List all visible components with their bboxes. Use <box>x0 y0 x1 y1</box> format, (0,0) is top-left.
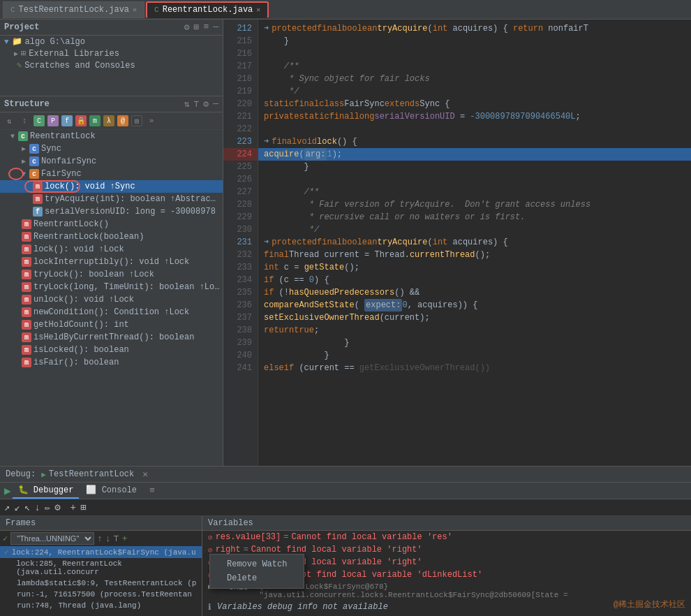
badge-reentrantlock: c <box>18 131 28 141</box>
struct-item-isfair[interactable]: m isFair(): boolean <box>0 356 223 369</box>
debug-tab-console[interactable]: ⬜ Console <box>80 483 142 499</box>
struct-label-fairsync: FairSync <box>41 169 82 179</box>
filter-lock-btn[interactable]: 🔒 <box>75 115 87 126</box>
sort-icon[interactable]: ⇅ <box>184 98 190 110</box>
step-into-btn[interactable]: ↙ <box>14 501 20 513</box>
settings-icon[interactable]: ⚙ <box>184 22 190 33</box>
menu-item-delete[interactable]: Delete <box>210 571 304 585</box>
filter-lambda-btn[interactable]: λ <box>103 115 114 126</box>
thread-selector-row: ✓ "Threa...UNNING" ↑ ↓ ⊤ + <box>0 531 202 546</box>
run-to-cursor-btn[interactable]: ↓ <box>34 502 40 513</box>
line-numbers: 212 215 216 217 218 219 220 221 222 223 … <box>223 20 258 466</box>
code-239: } <box>258 337 691 349</box>
line-227: 227 <box>223 186 258 198</box>
tree-item-scratches[interactable]: ✎ Scratches and Consoles <box>0 59 223 71</box>
frame-up-btn[interactable]: ↑ <box>97 534 103 544</box>
struct-item-lock-method[interactable]: m lock(): void ↑Lock <box>0 243 223 256</box>
struct-item-nonfairsync[interactable]: ▶ c NonfairSync <box>0 155 223 168</box>
tree-item-project-root[interactable]: ▼ 📁 algo G:\algo <box>0 36 223 47</box>
restore-layout-btn[interactable]: ⊞ <box>80 501 86 513</box>
filter-f-btn[interactable]: f <box>61 115 73 126</box>
settings-debug-btn[interactable]: ⚙ <box>54 501 60 513</box>
struct-item-rl-constructor[interactable]: m ReentrantLock() <box>0 218 223 230</box>
layout-icon[interactable]: ⊞ <box>194 22 200 33</box>
struct-item-fairsync[interactable]: ▼ c FairSync <box>0 168 223 180</box>
struct-item-newcondition[interactable]: m newCondition(): Condition ↑Lock <box>0 306 223 318</box>
frame-item-0[interactable]: ✓ lock:224, ReentrantLock$FairSync (java… <box>0 546 202 558</box>
struct-item-trylock[interactable]: m tryLock(): boolean ↑Lock <box>0 268 223 281</box>
code-222 <box>258 123 691 135</box>
filter-p-btn[interactable]: P <box>47 115 59 126</box>
project-root-label: algo G:\algo <box>25 37 85 47</box>
sort-az-btn[interactable]: ⇅ <box>3 115 15 127</box>
line-231: 231 <box>223 236 258 249</box>
struct-item-islocked[interactable]: m isLocked(): boolean <box>0 344 223 356</box>
badge-fairsync: c <box>29 169 39 179</box>
add-watch-btn[interactable]: + <box>70 502 76 513</box>
struct-item-reentrantlock[interactable]: ▼ c ReentrantLock <box>0 130 223 142</box>
debug-content: Frames ✓ "Threa...UNNING" ↑ ↓ ⊤ + ✓ <box>0 516 691 616</box>
struct-item-sync[interactable]: ▶ c Sync <box>0 142 223 155</box>
step-out-btn[interactable]: ↖ <box>24 501 30 513</box>
badge-ghc: m <box>22 320 31 330</box>
gear2-icon[interactable]: ⚙ <box>203 98 209 110</box>
debug-session-icon: ▶ <box>41 470 46 479</box>
struct-item-lock[interactable]: m lock(): void ↑Sync <box>0 180 223 193</box>
struct-item-rl-constructor-bool[interactable]: m ReentrantLock(boolean) <box>0 230 223 243</box>
frame-item-3[interactable]: run:-1, 716157500 (process.TestReentan <box>0 589 202 600</box>
frame-down-btn[interactable]: ↓ <box>105 534 111 544</box>
struct-item-unlock[interactable]: m unlock(): void ↑Lock <box>0 293 223 306</box>
minimize-icon[interactable]: — <box>213 22 218 33</box>
filter-icon[interactable]: ⊤ <box>194 98 200 110</box>
filter-a-btn[interactable]: @ <box>117 115 128 126</box>
badge-lock: m <box>33 182 43 191</box>
thread-select[interactable]: "Threa...UNNING" <box>10 532 94 545</box>
debug-close-tab[interactable]: ✕ <box>142 469 148 480</box>
struct-item-getholdcount[interactable]: m getHoldCount(): int <box>0 318 223 331</box>
frame-item-1[interactable]: lock:285, ReentrantLock (java.util.concu… <box>0 558 202 578</box>
struct-label-sync: Sync <box>41 144 61 154</box>
line-219: 219 <box>223 85 258 98</box>
line-229: 229 <box>223 211 258 223</box>
debug-tab-bar: ▶ 🐛 Debugger ⬜ Console ≡ <box>0 483 691 499</box>
struct-item-tryacquire[interactable]: m tryAcquire(int): boolean ↑AbstractQu <box>0 193 223 205</box>
filter-expand-btn[interactable]: ⊞ <box>131 115 142 126</box>
code-233: int c = getState(); <box>258 261 691 274</box>
line-232: 232 <box>223 249 258 261</box>
close-structure-icon[interactable]: — <box>213 98 218 110</box>
tab-close-test[interactable]: ✕ <box>133 6 137 14</box>
frame-filter-btn[interactable]: ⊤ <box>114 533 119 544</box>
sort-type-btn[interactable]: ↕ <box>18 115 31 127</box>
line-223: 223 <box>223 135 258 148</box>
debug-play-btn[interactable]: ▶ <box>4 484 11 498</box>
tab-reentrantlock[interactable]: C ReentrantLock.java ✕ <box>146 1 269 18</box>
struct-item-serialversionuid[interactable]: f serialVersionUID: long = -30008978 <box>0 205 223 218</box>
tab-bar: C TestReentrantLock.java ✕ C ReentrantLo… <box>0 0 691 20</box>
filter-m2-btn[interactable]: m <box>89 115 101 126</box>
code-236: compareAndSetState( expect: 0, acquires)… <box>258 299 691 311</box>
frame-add-btn[interactable]: + <box>122 534 128 544</box>
tab-close-reentrant[interactable]: ✕ <box>256 6 260 14</box>
filter-c-btn[interactable]: C <box>34 115 45 126</box>
code-240: } <box>258 349 691 362</box>
code-215: } <box>258 35 691 47</box>
frame-item-2[interactable]: lambda$static$0:9, TestReentrantLock (p <box>0 578 202 589</box>
debug-tab-debugger[interactable]: 🐛 Debugger <box>13 483 80 499</box>
filter-more-btn[interactable]: » <box>145 115 158 127</box>
evaluate-btn[interactable]: ✏ <box>45 501 50 513</box>
line-234: 234 <box>223 274 258 286</box>
struct-item-lockinterruptibly[interactable]: m lockInterruptibly(): void ↑Lock <box>0 256 223 268</box>
tab-test-reentrantlock[interactable]: C TestReentrantLock.java ✕ <box>3 1 144 18</box>
console-icon: ⬜ <box>86 485 96 495</box>
struct-item-isheldbycurrentthread[interactable]: m isHeldByCurrentThread(): boolean <box>0 331 223 344</box>
frame-item-4[interactable]: run:748, Thread (java.lang) <box>0 600 202 611</box>
debug-toolbar-wrap[interactable]: ≡ <box>149 485 155 496</box>
struct-label-tryacquire: tryAcquire(int): boolean ↑AbstractQu <box>45 194 220 204</box>
gear-icon[interactable]: ≡ <box>203 22 209 33</box>
tree-item-ext-libs[interactable]: ▶ ⊞ External Libraries <box>0 47 223 59</box>
struct-item-trylock-timeout[interactable]: m tryLock(long, TimeUnit): boolean ↑Lock <box>0 281 223 293</box>
menu-item-remove-watch[interactable]: Remove Watch <box>210 557 304 571</box>
struct-label-isfair: isFair(): boolean <box>34 358 119 367</box>
tab-icon-reentrant: C <box>154 6 159 14</box>
step-over-btn[interactable]: ↗ <box>4 501 10 513</box>
